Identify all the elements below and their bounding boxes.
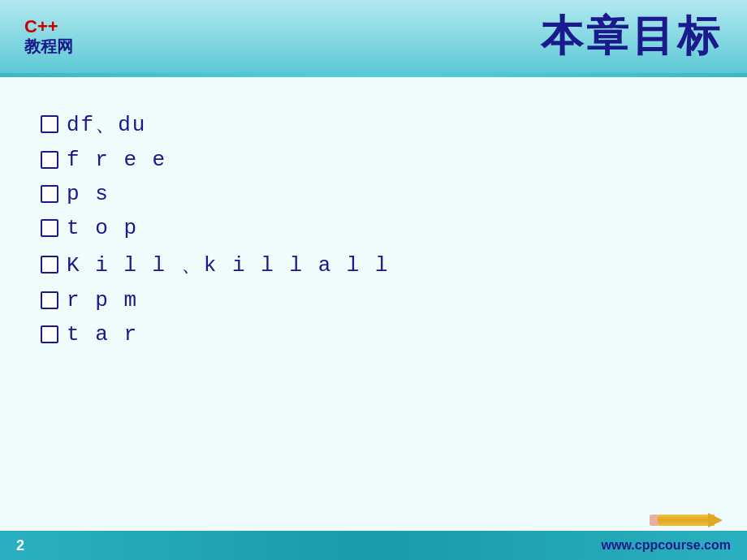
list-item-item-ps: p s <box>41 182 706 206</box>
list-item-label: t o p <box>67 216 138 240</box>
list-item-label: t a r <box>67 322 138 347</box>
checkbox-icon <box>41 185 58 203</box>
checkbox-icon <box>41 219 58 237</box>
logo-block: C++ 教程网 <box>24 17 73 56</box>
checklist: df、duf r e ep st o pK i l l 、k i l l a l… <box>41 110 706 347</box>
logo-site: 教程网 <box>24 37 73 56</box>
pencil-body <box>658 515 715 526</box>
list-item-label: K i l l 、k i l l a l l <box>67 250 390 278</box>
pencil-eraser <box>650 515 658 526</box>
footer-page-number: 2 <box>16 537 24 554</box>
list-item-item-free: f r e e <box>41 148 706 172</box>
logo-cpp: C++ <box>24 17 58 37</box>
list-item-label: df、du <box>67 110 146 138</box>
list-item-item-rpm: r p m <box>41 288 706 312</box>
list-item-label: r p m <box>67 288 138 312</box>
page-title: 本章目标 <box>541 8 723 65</box>
checkbox-icon <box>41 291 58 309</box>
header: C++ 教程网 本章目标 <box>0 0 747 73</box>
list-item-item-tar: t a r <box>41 322 706 347</box>
list-item-item-top: t o p <box>41 216 706 240</box>
footer: 2 www.cppcourse.com <box>0 531 747 560</box>
checkbox-icon <box>41 325 58 343</box>
pencil-tip <box>708 513 723 528</box>
checkbox-icon <box>41 151 58 169</box>
list-item-label: f r e e <box>67 148 166 172</box>
footer-url: www.cppcourse.com <box>602 538 731 553</box>
list-item-item-kill: K i l l 、k i l l a l l <box>41 250 706 278</box>
main-content: df、duf r e ep st o pK i l l 、k i l l a l… <box>0 77 747 532</box>
checkbox-icon <box>41 115 58 133</box>
checkbox-icon <box>41 256 58 274</box>
list-item-item-df-du: df、du <box>41 110 706 138</box>
list-item-label: p s <box>67 182 110 206</box>
pencil-decoration <box>650 513 723 528</box>
